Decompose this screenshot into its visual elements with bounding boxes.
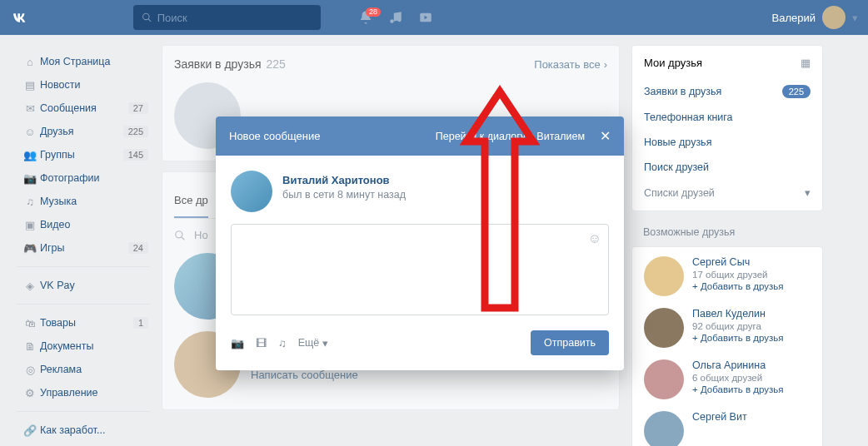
news-icon: ▤	[20, 79, 40, 92]
add-friend-link[interactable]: + Добавить в друзья	[692, 384, 783, 394]
header-user[interactable]: Валерий ▾	[772, 6, 858, 29]
chevron-right-icon: ›	[604, 58, 607, 71]
sidebar-item-news[interactable]: ▤Новости	[17, 73, 150, 97]
friend-lists-select[interactable]: Списки друзей▾	[632, 180, 822, 206]
chevron-down-icon: ▾	[805, 186, 811, 199]
ads-icon: ◎	[20, 364, 40, 376]
message-icon: ✉	[20, 102, 40, 115]
sidebar-item-ads[interactable]: ◎Реклама	[17, 358, 150, 381]
last-seen: был в сети 8 минут назад	[282, 189, 406, 201]
tab-all[interactable]: Все др	[174, 184, 208, 218]
gear-icon: ⚙	[20, 387, 40, 399]
music-nav-icon: ♫	[20, 196, 40, 208]
calendar-icon[interactable]: ▦	[801, 57, 811, 69]
message-textarea[interactable]: ☺	[231, 224, 609, 315]
sidebar-item-friends[interactable]: ☺Друзья225	[17, 120, 150, 143]
header-avatar	[822, 6, 846, 29]
possible-friend: Сергей Вит	[632, 405, 822, 446]
possible-friend: Сергей Сыч17 общих друзей+ Добавить в др…	[632, 250, 822, 302]
write-message-link[interactable]: Написать сообщение	[251, 369, 377, 381]
vkpay-icon: ◈	[20, 280, 40, 292]
friend-name[interactable]: Ольга Аринина	[692, 359, 783, 371]
modal-title: Новое сообщение	[229, 130, 320, 142]
header-icons: 28	[354, 6, 437, 29]
send-button[interactable]: Отправить	[531, 330, 609, 355]
link-icon: 🔗	[20, 424, 40, 437]
box-title: Мои друзья	[644, 57, 702, 69]
emoji-icon[interactable]: ☺	[588, 231, 601, 246]
notifications-icon[interactable]: 28	[354, 6, 377, 29]
search-icon	[174, 230, 186, 241]
sidebar-item-goods[interactable]: 🛍Товары1	[17, 311, 150, 334]
search-icon	[142, 12, 152, 23]
new-message-modal: Новое сообщение Перейти к диалогу с Вита…	[216, 116, 624, 370]
audio-attach-icon[interactable]: ♫	[278, 337, 287, 349]
attach-tools: 📷 🎞 ♫ Ещё▾	[231, 337, 328, 349]
possible-friend: Павел Куделин92 общих друга+ Добавить в …	[632, 302, 822, 354]
music-icon[interactable]	[384, 6, 407, 29]
modal-header: Новое сообщение Перейти к диалогу с Вита…	[216, 116, 624, 156]
possible-friends-box: Сергей Сыч17 общих друзей+ Добавить в др…	[631, 246, 823, 446]
right-column: Мои друзья▦ Заявки в друзья225 Телефонна…	[631, 45, 823, 446]
svg-point-2	[176, 230, 182, 237]
avatar[interactable]	[644, 308, 684, 348]
home-icon: ⌂	[20, 56, 40, 68]
friends-icon: ☺	[20, 126, 40, 138]
recipient-name[interactable]: Виталий Харитонов	[282, 174, 406, 186]
video-attach-icon[interactable]: 🎞	[256, 337, 267, 349]
add-friend-link[interactable]: + Добавить в друзья	[692, 333, 783, 343]
requests-title: Заявки в друзья225	[174, 57, 286, 71]
games-icon: 🎮	[20, 242, 40, 255]
possible-friend: Ольга Аринина6 общих друзей+ Добавить в …	[632, 354, 822, 405]
sidebar: ⌂Моя Страница ▤Новости ✉Сообщения27 ☺Дру…	[17, 45, 150, 446]
avatar[interactable]	[644, 411, 684, 446]
modal-recipient: Виталий Харитонов был в сети 8 минут наз…	[231, 171, 609, 212]
search-box[interactable]	[133, 5, 321, 30]
phonebook-link[interactable]: Телефонная книга	[632, 105, 822, 130]
chevron-down-icon: ▾	[852, 12, 858, 24]
chevron-down-icon: ▾	[322, 337, 328, 349]
show-all-link[interactable]: Показать все›	[534, 58, 607, 71]
my-friends-box: Мои друзья▦ Заявки в друзья225 Телефонна…	[631, 45, 823, 211]
sidebar-item-docs[interactable]: 🗎Документы	[17, 334, 150, 358]
avatar[interactable]	[231, 171, 272, 212]
sidebar-item-games[interactable]: 🎮Игры24	[17, 236, 150, 260]
svg-point-0	[143, 13, 149, 19]
sidebar-item-manage[interactable]: ⚙Управление	[17, 381, 150, 404]
sidebar-item-earn[interactable]: 🔗Как заработ...	[17, 419, 150, 442]
go-to-dialog-link[interactable]: Перейти к диалогу с Виталием	[436, 131, 585, 142]
search-friends-link[interactable]: Поиск друзей	[632, 155, 822, 180]
sidebar-item-mypage[interactable]: ⌂Моя Страница	[17, 50, 150, 73]
groups-icon: 👥	[20, 149, 40, 161]
close-icon[interactable]: ✕	[600, 128, 611, 144]
goods-icon: 🛍	[20, 317, 40, 330]
sidebar-item-vkpay[interactable]: ◈VK Pay	[17, 274, 150, 297]
sidebar-item-groups[interactable]: 👥Группы145	[17, 143, 150, 166]
video-nav-icon: ▣	[20, 219, 40, 231]
avatar[interactable]	[644, 256, 684, 296]
video-icon[interactable]	[414, 6, 437, 29]
sidebar-item-video[interactable]: ▣Видео	[17, 213, 150, 236]
header: 28 Валерий ▾	[0, 0, 868, 35]
docs-icon: 🗎	[20, 340, 40, 353]
sidebar-item-messages[interactable]: ✉Сообщения27	[17, 97, 150, 120]
friend-name[interactable]: Сергей Сыч	[692, 256, 783, 268]
header-username: Валерий	[772, 12, 816, 24]
more-attachments[interactable]: Ещё▾	[298, 337, 329, 349]
sidebar-item-music[interactable]: ♫Музыка	[17, 190, 150, 213]
notif-badge: 28	[366, 7, 381, 17]
avatar[interactable]	[644, 359, 684, 399]
requests-link[interactable]: Заявки в друзья225	[632, 78, 822, 105]
search-input[interactable]	[157, 12, 312, 24]
new-friends-link[interactable]: Новые друзья	[632, 130, 822, 155]
possible-friends-label: Возможные друзья	[631, 223, 823, 246]
add-friend-link[interactable]: + Добавить в друзья	[692, 281, 783, 291]
search-hint: Но	[194, 229, 208, 241]
photo-icon[interactable]: 📷	[231, 337, 244, 349]
vk-logo[interactable]	[10, 6, 33, 29]
friend-name[interactable]: Сергей Вит	[692, 411, 747, 423]
camera-icon: 📷	[20, 172, 40, 185]
sidebar-item-photos[interactable]: 📷Фотографии	[17, 166, 150, 190]
friend-name[interactable]: Павел Куделин	[692, 308, 783, 320]
